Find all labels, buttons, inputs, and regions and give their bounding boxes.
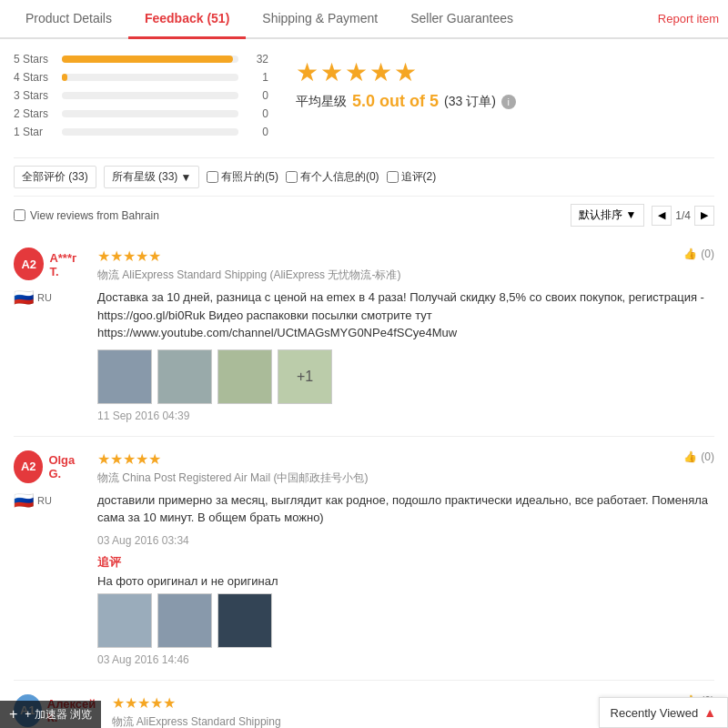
rating-label-1: 1 Star: [14, 126, 55, 138]
bar-count-5: 32: [246, 53, 268, 66]
add-icon: +: [9, 706, 17, 723]
review-thumb[interactable]: [97, 593, 152, 648]
review-date-2: 03 Aug 2016 03:34: [97, 534, 714, 547]
review-thumb[interactable]: +1: [278, 349, 332, 404]
filter-stars-btn[interactable]: 所有星级 (33) ▼: [104, 166, 200, 188]
tab-feedback[interactable]: Feedback (51): [128, 0, 246, 39]
bar-track-1: [62, 128, 238, 136]
tab-bar: Product Details Feedback (51) Shipping &…: [0, 0, 728, 39]
review-item: A2 A***г T. 🇷🇺 RU ★★★★★ 👍 (0) 物流 AliExpr…: [14, 234, 714, 437]
review-thumb[interactable]: [157, 593, 212, 648]
review-text-2: доставили примерно за месяц, выглядит ка…: [97, 491, 714, 527]
thumb-icon-1: 👍: [683, 248, 697, 260]
recently-viewed-panel[interactable]: Recently Viewed ▲: [599, 697, 728, 728]
rating-section: 5 Stars 32 4 Stars 1 3 Stars 0: [14, 53, 714, 144]
info-icon[interactable]: i: [501, 95, 516, 109]
review-stars-2: ★★★★★: [97, 450, 161, 468]
filter-personal-checkbox[interactable]: 有个人信息的(0): [286, 169, 379, 185]
stars-display: ★★★★★: [296, 57, 516, 87]
page-nav: ◀ 1/4 ▶: [652, 206, 714, 226]
review-stars-3: ★★★★★: [112, 694, 176, 712]
next-page-btn[interactable]: ▶: [694, 206, 714, 226]
review-images-1: +1: [97, 349, 714, 404]
rating-label-2: 2 Stars: [14, 107, 55, 120]
avg-score: 5.0 out of 5: [352, 92, 439, 111]
main-content: 5 Stars 32 4 Stars 1 3 Stars 0: [0, 39, 728, 728]
filter-bar: 全部评价 (33) 所有星级 (33) ▼ 有照片的(5) 有个人信息的(0) …: [14, 157, 714, 197]
avg-text: 平均星级 5.0 out of 5 (33 订单) i: [296, 92, 516, 111]
avatar-2: A2: [14, 450, 43, 483]
rating-label-5: 5 Stars: [14, 53, 55, 66]
photo-checkbox-input[interactable]: [207, 171, 218, 183]
review-thumb[interactable]: [217, 349, 272, 404]
review-stars-1: ★★★★★: [97, 248, 161, 265]
like-btn-2[interactable]: 👍 (0): [683, 450, 714, 463]
bottom-toolbar[interactable]: + + 加速器 浏览: [0, 701, 101, 728]
follow-up-images: [97, 593, 714, 648]
rating-summary: ★★★★★ 平均星级 5.0 out of 5 (33 订单) i: [296, 53, 516, 111]
thumb-icon-2: 👍: [683, 450, 697, 463]
view-from-bar: View reviews from Bahrain 默认排序 ▼ ◀ 1/4 ▶: [14, 197, 714, 234]
rating-label-3: 3 Stars: [14, 89, 55, 102]
sort-button[interactable]: 默认排序 ▼: [571, 204, 644, 227]
flag-1: 🇷🇺: [14, 288, 34, 308]
tab-product-details[interactable]: Product Details: [9, 0, 128, 39]
review-thumb[interactable]: [217, 593, 272, 648]
review-thumb[interactable]: [97, 349, 152, 404]
review-body-1: ★★★★★ 👍 (0) 物流 AliExpress Standard Shipp…: [97, 248, 714, 422]
bar-count-2: 0: [246, 107, 268, 120]
view-from-label: View reviews from Bahrain: [30, 209, 159, 222]
personal-checkbox-input[interactable]: [286, 171, 298, 183]
reviewer-name-1: A***г T.: [49, 251, 86, 278]
reviewer-info-1: A2 A***г T. 🇷🇺 RU: [14, 248, 86, 422]
tab-shipping[interactable]: Shipping & Payment: [246, 0, 394, 39]
filter-all-btn[interactable]: 全部评价 (33): [14, 166, 96, 188]
follow-up: 追评 На фото оригинал и не оригинал 03 Aug…: [97, 554, 714, 666]
rating-row-3: 3 Stars 0: [14, 89, 268, 102]
rating-label-4: 4 Stars: [14, 71, 55, 84]
like-btn-1[interactable]: 👍 (0): [683, 248, 714, 260]
bar-count-3: 0: [246, 89, 268, 102]
bar-track-2: [62, 110, 238, 117]
shipping-info-2: 物流 China Post Registered Air Mail (中国邮政挂…: [97, 470, 714, 486]
bar-count-4: 1: [246, 71, 268, 84]
toolbar-label: + 加速器 浏览: [25, 707, 92, 723]
filter-photo-checkbox[interactable]: 有照片的(5): [207, 169, 278, 185]
flag-2: 🇷🇺: [14, 490, 34, 511]
report-item-link[interactable]: Report item: [658, 1, 719, 36]
country-1: RU: [37, 292, 52, 303]
rating-row-2: 2 Stars 0: [14, 107, 268, 120]
reviewer-info-2: A2 Olga G. 🇷🇺 RU: [14, 450, 86, 666]
reviewer-name-2: Olga G.: [48, 453, 86, 480]
bar-track-5: [62, 56, 238, 63]
follow-up-text: На фото оригинал и не оригинал: [97, 574, 714, 588]
page-info: 1/4: [675, 209, 691, 222]
bar-track-4: [62, 74, 238, 81]
prev-page-btn[interactable]: ◀: [652, 206, 672, 226]
review-date-1: 11 Sep 2016 04:39: [97, 410, 714, 422]
review-body-2: ★★★★★ 👍 (0) 物流 China Post Registered Air…: [97, 450, 714, 666]
rating-row-4: 4 Stars 1: [14, 71, 268, 84]
rating-row-1: 1 Star 0: [14, 126, 268, 138]
rv-arrow-icon: ▲: [703, 705, 716, 720]
tab-seller-guarantees[interactable]: Seller Guarantees: [394, 0, 530, 39]
bar-track-3: [62, 92, 238, 99]
review-item: A2 Olga G. 🇷🇺 RU ★★★★★ 👍 (0) 物流 China Po…: [14, 437, 714, 681]
follow-up-date: 03 Aug 2016 14:46: [97, 653, 714, 666]
follow-up-label: 追评: [97, 554, 714, 571]
bar-fill-5: [62, 56, 233, 63]
review-text-1: Доставка за 10 дней, разница с ценой на …: [97, 288, 714, 342]
view-from-checkbox[interactable]: [14, 209, 25, 221]
country-2: RU: [37, 495, 52, 506]
filter-followup-checkbox[interactable]: 追评(2): [387, 169, 437, 185]
rating-row-5: 5 Stars 32: [14, 53, 268, 66]
avg-label: 平均星级: [296, 94, 347, 110]
avatar-1: A2: [14, 248, 44, 280]
followup-checkbox-input[interactable]: [387, 171, 399, 183]
shipping-info-1: 物流 AliExpress Standard Shipping (AliExpr…: [97, 268, 714, 283]
rating-bars: 5 Stars 32 4 Stars 1 3 Stars 0: [14, 53, 268, 144]
recently-viewed-label: Recently Viewed: [611, 706, 699, 720]
bar-fill-4: [62, 74, 67, 81]
review-thumb[interactable]: [157, 349, 212, 404]
bar-count-1: 0: [246, 126, 268, 138]
